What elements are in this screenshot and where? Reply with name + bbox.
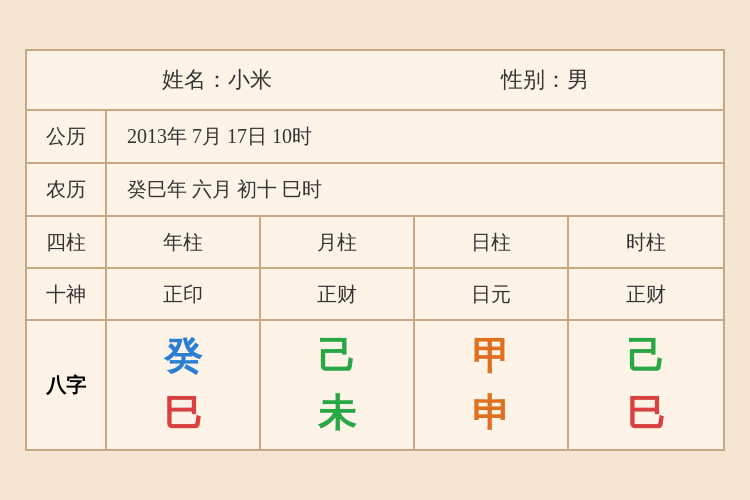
month-column-header: 月柱	[261, 217, 415, 267]
bazi-day-bottom: 申	[472, 388, 510, 439]
bazi-day-cell: 甲 申	[415, 321, 569, 449]
bazi-day-top: 甲	[472, 331, 510, 382]
shishen-month: 正财	[261, 269, 415, 319]
lunar-value: 癸巳年 六月 初十 巳时	[107, 164, 723, 215]
shishen-label: 十神	[27, 269, 107, 319]
bazi-year-bottom: 巳	[164, 388, 202, 439]
columns-row: 四柱 年柱 月柱 日柱 时柱	[27, 217, 723, 269]
bazi-hour-bottom: 巳	[627, 388, 665, 439]
bazi-month-cell: 己 未	[261, 321, 415, 449]
bazi-hour-top: 己	[627, 331, 665, 382]
day-column-header: 日柱	[415, 217, 569, 267]
shishen-hour: 正财	[569, 269, 723, 319]
bazi-row: 八字 癸 巳 己 未 甲 申 己 巳	[27, 321, 723, 449]
solar-label: 公历	[27, 111, 107, 162]
shishen-day: 日元	[415, 269, 569, 319]
solar-row: 公历 2013年 7月 17日 10时	[27, 111, 723, 164]
gender-label: 性别：男	[501, 65, 589, 95]
header-row: 姓名：小米 性别：男	[27, 51, 723, 111]
hour-column-header: 时柱	[569, 217, 723, 267]
lunar-label: 农历	[27, 164, 107, 215]
year-column-header: 年柱	[107, 217, 261, 267]
name-label: 姓名：小米	[162, 65, 272, 95]
solar-value: 2013年 7月 17日 10时	[107, 111, 723, 162]
bazi-year-top: 癸	[164, 331, 202, 382]
bazi-month-bottom: 未	[318, 388, 356, 439]
bazi-year-cell: 癸 巳	[107, 321, 261, 449]
lunar-row: 农历 癸巳年 六月 初十 巳时	[27, 164, 723, 217]
bazi-label: 八字	[27, 321, 107, 449]
bazi-hour-cell: 己 巳	[569, 321, 723, 449]
main-container: 姓名：小米 性别：男 公历 2013年 7月 17日 10时 农历 癸巳年 六月…	[25, 49, 725, 451]
shishen-row: 十神 正印 正财 日元 正财	[27, 269, 723, 321]
bazi-month-top: 己	[318, 331, 356, 382]
shishen-year: 正印	[107, 269, 261, 319]
columns-label: 四柱	[27, 217, 107, 267]
